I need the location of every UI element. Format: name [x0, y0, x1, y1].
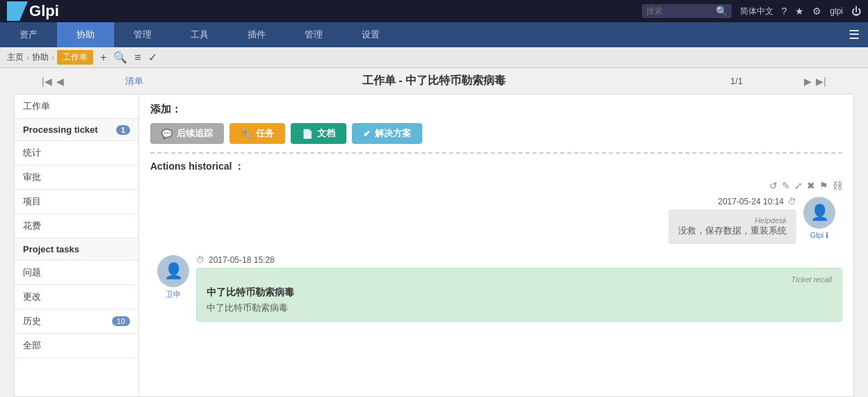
power-icon[interactable]: ⏻: [851, 6, 861, 17]
doc-icon: 📄: [302, 129, 313, 139]
task-label: 任务: [256, 127, 274, 140]
doc-label: 文档: [317, 127, 335, 140]
sidebar-item-project[interactable]: 项目: [15, 190, 138, 214]
sidebar-label-approval: 审批: [23, 171, 41, 184]
nav-tools[interactable]: 工具: [171, 22, 228, 47]
nav-hamburger[interactable]: ☰: [840, 22, 868, 47]
sidebar-label-issue: 问题: [23, 266, 41, 279]
sidebar-label-stats: 统计: [23, 147, 41, 159]
sidebar-item-project-tasks[interactable]: Project tasks: [15, 238, 138, 261]
first-page-btn[interactable]: |◀: [42, 76, 52, 87]
edit-icon[interactable]: ✎: [782, 180, 790, 191]
flag-icon[interactable]: ⚑: [819, 180, 828, 191]
sidebar-label-all: 全部: [23, 339, 41, 352]
add-section-label: 添加：: [150, 103, 842, 116]
clock-icon-glpi: ⏱: [788, 197, 796, 206]
search-box[interactable]: 🔍: [642, 4, 732, 18]
bc-home[interactable]: 主页: [7, 51, 24, 63]
solution-icon: ✔: [363, 129, 371, 139]
search-icon[interactable]: 🔍: [716, 6, 728, 17]
sidebar: 工作单 Processing ticket 1 统计 审批 项目 花费 Proj…: [14, 94, 139, 397]
sidebar-label-project: 项目: [23, 195, 41, 208]
avatar-name-weishen[interactable]: 卫申: [166, 289, 181, 300]
sidebar-item-expense[interactable]: 花费: [15, 214, 138, 238]
bc-list-btn[interactable]: ≡: [134, 51, 140, 64]
delete-icon[interactable]: ✖: [807, 180, 815, 191]
content-area: 添加： 💬 后续追踪 🔧 任务 📄 文档 ✔ 解决方案: [139, 94, 854, 397]
sidebar-item-issue[interactable]: 问题: [15, 261, 138, 285]
logo-g: G: [29, 2, 41, 20]
solution-label: 解决方案: [375, 127, 411, 140]
sidebar-label-change: 更改: [23, 291, 41, 303]
document-button[interactable]: 📄 文档: [291, 123, 346, 144]
message-meta-weishen: ⏱ 2017-05-18 15:28: [196, 255, 842, 265]
nav-settings[interactable]: 设置: [342, 22, 399, 47]
bc-add-btn[interactable]: +: [100, 51, 106, 64]
clock-icon-weishen: ⏱: [196, 255, 204, 265]
refresh-icon[interactable]: ↺: [769, 180, 778, 191]
language-selector[interactable]: 简体中文: [740, 6, 773, 17]
sidebar-item-processing[interactable]: Processing ticket 1: [15, 119, 138, 141]
link-icon[interactable]: ⛓: [833, 180, 842, 191]
task-icon: 🔧: [241, 129, 252, 139]
follow-icon: 💬: [161, 129, 172, 139]
page-title: 工作单 - 中了比特币勒索病毒: [362, 74, 506, 88]
nav-admin[interactable]: 管理: [285, 22, 342, 47]
avatar-name-glpi[interactable]: Glpi ℹ: [810, 231, 829, 240]
message-entry-glpi: 👤 Glpi ℹ ⏱ 2017-05-24 10:14 Helpdesk 没救，…: [150, 197, 842, 244]
avatar-area-glpi: 👤 Glpi ℹ: [803, 197, 835, 244]
logo-lpi: lpi: [41, 2, 59, 20]
expand-icon[interactable]: ⤢: [794, 180, 803, 191]
sidebar-item-approval[interactable]: 审批: [15, 165, 138, 190]
message-bubble-weishen: Ticket recall 中了比特币勒索病毒 中了比特币勒索病毒: [196, 268, 842, 322]
pagination-bar: |◀ ◀ 清单 工作单 - 中了比特币勒索病毒 1/1 ▶ ▶|: [0, 68, 868, 94]
message-time-glpi: 2017-05-24 10:14: [718, 197, 784, 206]
sidebar-badge-history: 10: [112, 316, 130, 326]
bubble-label-glpi: Helpdesk: [678, 216, 787, 225]
follow-label: 后续追踪: [177, 127, 213, 140]
sidebar-label-history: 历史: [23, 315, 41, 327]
nav-help[interactable]: 协助: [57, 22, 114, 47]
bubble-text-glpi: 没救，保存数据，重装系统: [678, 225, 787, 237]
top-bar: G lpi 🔍 简体中文 ? ★ ⚙ glpi ⏻: [0, 0, 868, 22]
user-menu[interactable]: glpi: [830, 6, 843, 16]
logo: G lpi: [7, 1, 59, 21]
page-count: 1/1: [730, 76, 743, 86]
help-icon[interactable]: ?: [782, 6, 787, 17]
next-page-btn[interactable]: ▶: [804, 76, 812, 87]
message-entry-weishen: 👤 卫申 ⏱ 2017-05-18 15:28 Ticket recall 中了…: [150, 255, 842, 322]
bc-ticket[interactable]: 工作单: [57, 50, 93, 65]
bc-help[interactable]: 协助: [32, 51, 49, 63]
top-right-actions: 🔍 简体中文 ? ★ ⚙ glpi ⏻: [642, 4, 861, 18]
search-input[interactable]: [646, 6, 716, 16]
gear-icon[interactable]: ⚙: [812, 6, 821, 17]
action-icons-row: ↺ ✎ ⤢ ✖ ⚑ ⛓: [150, 180, 842, 191]
message-time-weishen: 2017-05-18 15:28: [209, 255, 275, 265]
sidebar-item-all[interactable]: 全部: [15, 334, 138, 358]
logo-icon: [7, 1, 28, 21]
message-bubble-glpi: Helpdesk 没救，保存数据，重装系统: [668, 209, 796, 244]
prev-page-btn[interactable]: ◀: [56, 76, 64, 87]
follow-up-button[interactable]: 💬 后续追踪: [150, 123, 224, 144]
bc-check-btn[interactable]: ✓: [148, 51, 157, 64]
list-link[interactable]: 清单: [125, 75, 143, 88]
star-icon[interactable]: ★: [795, 6, 804, 17]
bc-search-btn[interactable]: 🔍: [113, 51, 127, 64]
breadcrumb: 主页 › 协助 › 工作单 + 🔍 ≡ ✓: [0, 47, 868, 68]
nav-plugins[interactable]: 插件: [228, 22, 285, 47]
avatar-glpi: 👤: [803, 197, 835, 229]
last-page-btn[interactable]: ▶|: [816, 76, 826, 87]
sidebar-item-change[interactable]: 更改: [15, 285, 138, 309]
sidebar-item-stats[interactable]: 统计: [15, 141, 138, 165]
main-area: 工作单 Processing ticket 1 统计 审批 项目 花费 Proj…: [0, 94, 868, 397]
task-button[interactable]: 🔧 任务: [230, 123, 285, 144]
sidebar-label-ticket: 工作单: [23, 100, 50, 113]
sidebar-item-ticket[interactable]: 工作单: [15, 95, 138, 119]
avatar-weishen: 👤: [157, 255, 189, 287]
nav-assets[interactable]: 资产: [0, 22, 57, 47]
sidebar-item-history[interactable]: 历史 10: [15, 309, 138, 334]
actions-historical-title: Actions historical ：: [150, 161, 842, 173]
solution-button[interactable]: ✔ 解决方案: [352, 123, 422, 144]
page-content: |◀ ◀ 清单 工作单 - 中了比特币勒索病毒 1/1 ▶ ▶| 工作单 Pro…: [0, 68, 868, 397]
nav-manage[interactable]: 管理: [114, 22, 171, 47]
